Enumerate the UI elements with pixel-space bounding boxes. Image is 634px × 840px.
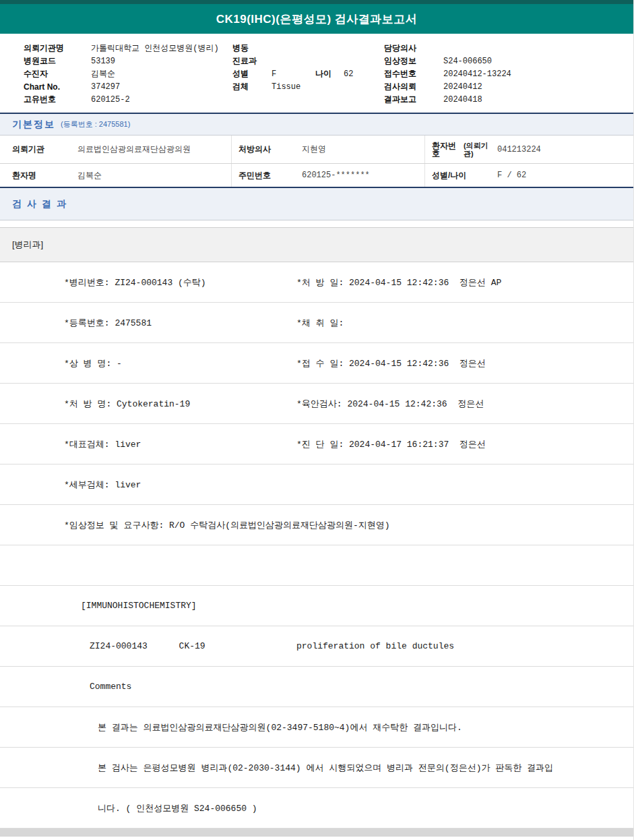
result-left: 본 결과는 의료법인삼광의료재단삼광의원(02-3497-5180~4)에서 재…: [98, 721, 462, 733]
meta-field-clinical-info: 임상정보 S24-006650: [384, 55, 633, 67]
label-patient-no-line2: (의뢰기관): [464, 142, 497, 158]
value-patient-name: 김복순: [77, 170, 238, 181]
result-row-comment-3: 니다. ( 인천성모병원 S24-006650 ): [0, 788, 633, 829]
meta-field-receipt-no: 접수번호 20240412-13224: [384, 67, 633, 80]
basic-info-section-header: 기본정보 (등록번호 : 2475581): [0, 114, 633, 136]
field-label: 검사의뢰: [384, 81, 443, 92]
basic-info-registration-no: (등록번호 : 2475581): [61, 119, 130, 129]
value-resident-no: 620125-*******: [302, 171, 431, 180]
field-value: 374297: [91, 82, 120, 92]
department-label: [병리과]: [12, 239, 43, 251]
result-left: 니다. ( 인천성모병원 S24-006650 ): [98, 802, 257, 814]
field-label: 담당의사: [384, 42, 443, 54]
field-label: 수진자: [24, 68, 91, 80]
value-prescribing-doctor: 지현영: [302, 144, 431, 155]
result-row-comments-heading: Comments: [0, 667, 633, 707]
meta-field-specimen: 검체 Tissue: [232, 80, 384, 93]
result-left: *세부검체: liver: [64, 479, 141, 491]
value-requesting-org: 의료법인삼광의료재단삼광의원: [77, 144, 238, 155]
footer-strip: [0, 829, 633, 837]
result-row-pathology-no: *병리번호: ZI24-000143 (수탁) *처 방 일: 2024-04-…: [0, 262, 633, 303]
header-meta: 의뢰기관명 가톨릭대학교 인천성모병원(병리) 병원코드 53139 수진자 김…: [0, 34, 633, 113]
result-left: Comments: [90, 682, 131, 692]
basic-info-title: 기본정보: [12, 119, 55, 131]
result-left: *상 병 명: -: [64, 357, 296, 369]
field-label: 고유번호: [24, 94, 91, 105]
result-right: *육안검사: 2024-04-15 12:42:36 정은선: [296, 398, 484, 410]
field-value-sex: F: [272, 69, 315, 79]
result-left: [IMMUNOHISTOCHEMISTRY]: [81, 601, 197, 611]
field-value: 20240412-13224: [443, 69, 511, 79]
result-row-blank: [0, 545, 633, 586]
label-sex-age: 성별/나이: [424, 164, 497, 187]
label-requesting-org: 의뢰기관: [12, 144, 77, 155]
field-label: 접수번호: [384, 68, 443, 80]
department-band: [병리과]: [0, 227, 633, 262]
result-right: *진 단 일: 2024-04-17 16:21:37 정은선: [296, 438, 486, 450]
field-label: 성별: [232, 68, 272, 80]
meta-field-department: 진료과: [232, 55, 384, 67]
meta-field-patient: 수진자 김복순: [24, 67, 232, 80]
field-label: 검체: [232, 81, 272, 92]
field-label: 병원코드: [24, 55, 91, 67]
result-rows: *병리번호: ZI24-000143 (수탁) *처 방 일: 2024-04-…: [0, 262, 633, 829]
field-label: 진료과: [232, 55, 272, 67]
meta-field-unique-no: 고유번호 620125-2: [24, 93, 232, 106]
field-value-age: 62: [344, 69, 353, 79]
result-left: 본 검사는 은평성모병원 병리과(02-2030-3144) 에서 시행되었으며…: [98, 762, 553, 774]
result-row-comment-2: 본 검사는 은평성모병원 병리과(02-2030-3144) 에서 시행되었으며…: [0, 748, 633, 788]
label-prescribing-doctor: 처방의사: [231, 136, 302, 163]
results-section-header: 검 사 결 과: [0, 188, 633, 220]
basic-info-row-2: 환자명 김복순 주민번호 620125-******* 성별/나이 F / 62: [0, 164, 633, 188]
field-value: 가톨릭대학교 인천성모병원(병리): [91, 42, 219, 54]
result-row-ihc-result: ZI24-000143 CK-19 proliferation of bile …: [0, 626, 633, 667]
result-left: *처 방 명: Cytokeratin-19: [64, 398, 296, 410]
value-patient-no: 041213224: [497, 145, 633, 154]
meta-field-request-date: 검사의뢰 20240412: [384, 80, 633, 93]
field-value: S24-006650: [443, 57, 492, 66]
field-label: Chart No.: [24, 82, 91, 92]
field-value: 20240412: [443, 82, 482, 92]
label-patient-name: 환자명: [12, 170, 77, 181]
result-row-main-specimen: *대표검체: liver *진 단 일: 2024-04-17 16:21:37…: [0, 424, 633, 464]
result-left: *임상정보 및 요구사항: R/O 수탁검사(의료법인삼광의료재단삼광의원-지현…: [64, 519, 390, 531]
field-label: 의뢰기관명: [24, 42, 91, 54]
meta-field-ward: 병동: [232, 42, 384, 55]
result-row-registration-no: *등록번호: 2475581 *채 취 일:: [0, 303, 633, 343]
meta-field-sex-age: 성별 F 나이 62: [232, 67, 384, 80]
label-resident-no: 주민번호: [231, 164, 302, 187]
result-row-clinical-request: *임상정보 및 요구사항: R/O 수탁검사(의료법인삼광의료재단삼광의원-지현…: [0, 505, 633, 545]
result-row-comment-1: 본 결과는 의료법인삼광의료재단삼광의원(02-3497-5180~4)에서 재…: [0, 707, 633, 748]
result-left: ZI24-000143 CK-19: [90, 641, 296, 651]
report-title: CK19(IHC)(은평성모) 검사결과보고서: [216, 11, 418, 27]
meta-field-chart-no: Chart No. 374297: [24, 80, 232, 93]
result-row-ihc-heading: [IMMUNOHISTOCHEMISTRY]: [0, 586, 633, 626]
header-meta-right-column: 담당의사 임상정보 S24-006650 접수번호 20240412-13224…: [384, 42, 633, 106]
meta-field-attending-doctor: 담당의사: [384, 42, 633, 55]
result-right: *처 방 일: 2024-04-15 12:42:36 정은선 AP: [296, 276, 501, 289]
header-meta-left-column: 의뢰기관명 가톨릭대학교 인천성모병원(병리) 병원코드 53139 수진자 김…: [24, 42, 232, 106]
result-row-sub-specimen: *세부검체: liver: [0, 464, 633, 505]
meta-field-requesting-org: 의뢰기관명 가톨릭대학교 인천성모병원(병리): [24, 42, 232, 55]
result-row-diagnosis-name: *상 병 명: - *접 수 일: 2024-04-15 12:42:36 정은…: [0, 343, 633, 384]
meta-field-report-date: 결과보고 20240418: [384, 93, 633, 106]
field-label: 임상정보: [384, 55, 443, 67]
basic-info-row-1: 의뢰기관 의료법인삼광의료재단삼광의원 처방의사 지현영 환자번호(의뢰기관) …: [0, 136, 633, 164]
field-label: 결과보고: [384, 94, 443, 105]
field-label-age: 나이: [315, 68, 344, 80]
result-right: *접 수 일: 2024-04-15 12:42:36 정은선: [296, 357, 486, 369]
header-meta-middle-column: 병동 진료과 성별 F 나이 62 검체 Tissue: [232, 42, 384, 106]
results-title: 검 사 결 과: [12, 198, 67, 210]
meta-field-hospital-code: 병원코드 53139: [24, 55, 232, 67]
field-value: 김복순: [91, 68, 115, 80]
result-left: *대표검체: liver: [64, 438, 296, 450]
result-right: proliferation of bile ductules: [296, 641, 454, 651]
label-patient-no: 환자번호(의뢰기관): [424, 136, 497, 163]
result-row-order-name: *처 방 명: Cytokeratin-19 *육안검사: 2024-04-15…: [0, 384, 633, 424]
result-left: *병리번호: ZI24-000143 (수탁): [64, 276, 296, 289]
result-right: *채 취 일:: [296, 317, 344, 329]
field-value: 53139: [91, 57, 115, 66]
field-value: Tissue: [272, 82, 300, 92]
field-value: 20240418: [443, 95, 482, 104]
field-value: 620125-2: [91, 95, 130, 104]
